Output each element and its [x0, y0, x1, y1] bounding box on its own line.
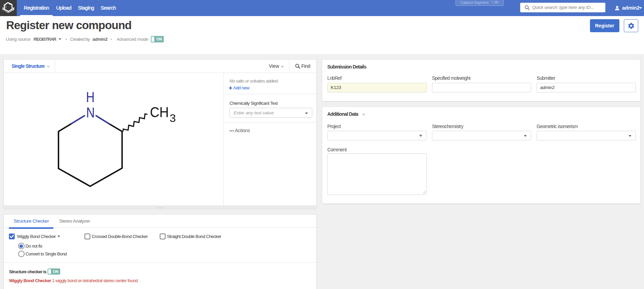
svg-text:N: N [86, 104, 95, 121]
svg-text:3: 3 [170, 112, 176, 124]
svg-text:5: 5 [498, 1, 499, 4]
svg-text:H: H [86, 89, 95, 105]
svg-text:CH: CH [150, 104, 169, 120]
